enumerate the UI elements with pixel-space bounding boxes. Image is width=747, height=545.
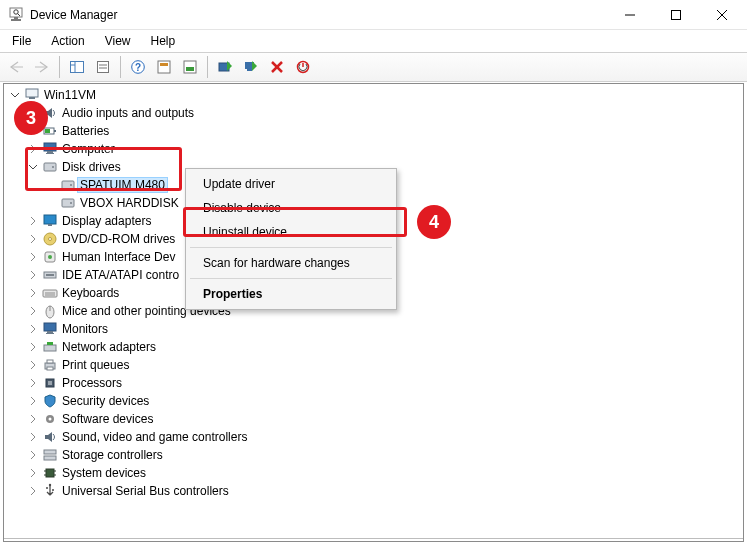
menu-file[interactable]: File: [4, 32, 39, 50]
svg-rect-14: [98, 62, 109, 73]
tree-category[interactable]: Software devices: [4, 410, 743, 428]
scan-hardware-button[interactable]: [239, 55, 263, 79]
expander-closed-icon[interactable]: [26, 466, 40, 480]
expander-closed-icon[interactable]: [26, 286, 40, 300]
minimize-button[interactable]: [607, 0, 653, 30]
expander-closed-icon[interactable]: [26, 268, 40, 282]
close-button[interactable]: [699, 0, 745, 30]
expander-closed-icon[interactable]: [26, 484, 40, 498]
action-button-2[interactable]: [178, 55, 202, 79]
tree-device-label: VBOX HARDDISK: [80, 196, 179, 210]
ctx-uninstall-device[interactable]: Uninstall device: [189, 220, 393, 244]
separator: [190, 247, 392, 248]
disk-icon: [60, 177, 76, 193]
expander-open-icon[interactable]: [26, 160, 40, 174]
tree-category-label: System devices: [62, 466, 146, 480]
svg-rect-32: [54, 130, 56, 132]
separator: [190, 278, 392, 279]
expander-closed-icon[interactable]: [26, 394, 40, 408]
tree-category[interactable]: Security devices: [4, 392, 743, 410]
storage-icon: [42, 447, 58, 463]
action-button-1[interactable]: [152, 55, 176, 79]
expander-closed-icon[interactable]: [26, 304, 40, 318]
expander-closed-icon[interactable]: [26, 376, 40, 390]
ctx-properties[interactable]: Properties: [189, 282, 393, 306]
svg-rect-62: [47, 360, 53, 363]
tree-category[interactable]: System devices: [4, 464, 743, 482]
cdrom-icon: [42, 231, 58, 247]
tree-category-label: Processors: [62, 376, 122, 390]
expander-open-icon[interactable]: [8, 88, 22, 102]
svg-point-38: [52, 166, 54, 168]
tree-category[interactable]: Computer: [4, 140, 743, 158]
separator: [207, 56, 208, 78]
tree-root[interactable]: Win11VM: [4, 86, 743, 104]
tree-category-label: IDE ATA/ATAPI contro: [62, 268, 179, 282]
tree-category[interactable]: Network adapters: [4, 338, 743, 356]
battery-icon: [42, 123, 58, 139]
tree-category-label: Computer: [62, 142, 115, 156]
network-icon: [42, 339, 58, 355]
expander-closed-icon[interactable]: [26, 322, 40, 336]
expander-closed-icon[interactable]: [26, 430, 40, 444]
menubar: File Action View Help: [0, 30, 747, 52]
expander-closed-icon[interactable]: [26, 358, 40, 372]
expander-closed-icon[interactable]: [26, 142, 40, 156]
disable-button[interactable]: [291, 55, 315, 79]
tree-category[interactable]: Print queues: [4, 356, 743, 374]
tree-category[interactable]: Processors: [4, 374, 743, 392]
svg-rect-63: [47, 367, 53, 370]
svg-rect-34: [44, 143, 56, 151]
window-title: Device Manager: [30, 8, 607, 22]
device-tree[interactable]: Win11VM Audio inputs and outputs Batteri…: [3, 83, 744, 542]
tree-category[interactable]: Storage controllers: [4, 446, 743, 464]
expander-closed-icon[interactable]: [26, 106, 40, 120]
menu-action[interactable]: Action: [43, 32, 92, 50]
svg-rect-57: [47, 331, 53, 333]
expander-closed-icon[interactable]: [26, 250, 40, 264]
hid-icon: [42, 249, 58, 265]
display-icon: [42, 213, 58, 229]
tree-category[interactable]: Sound, video and game controllers: [4, 428, 743, 446]
svg-rect-65: [48, 381, 52, 385]
tree-category[interactable]: Batteries: [4, 122, 743, 140]
uninstall-button[interactable]: [265, 55, 289, 79]
update-driver-button[interactable]: [213, 55, 237, 79]
svg-rect-6: [672, 10, 681, 19]
menu-view[interactable]: View: [97, 32, 139, 50]
disk-icon: [60, 195, 76, 211]
svg-point-48: [48, 255, 52, 259]
tree-category-label: Print queues: [62, 358, 129, 372]
ctx-disable-device[interactable]: Disable device: [189, 196, 393, 220]
svg-rect-69: [44, 456, 56, 460]
svg-rect-35: [47, 151, 53, 153]
back-button[interactable]: [4, 55, 28, 79]
expander-closed-icon[interactable]: [26, 412, 40, 426]
svg-rect-36: [46, 153, 54, 154]
expander-closed-icon[interactable]: [26, 232, 40, 246]
maximize-button[interactable]: [653, 0, 699, 30]
svg-rect-41: [62, 199, 74, 207]
help-button[interactable]: ?: [126, 55, 150, 79]
tree-category-label: Disk drives: [62, 160, 121, 174]
monitor-icon: [42, 141, 58, 157]
expander-closed-icon[interactable]: [26, 124, 40, 138]
svg-rect-22: [186, 67, 194, 71]
tree-category[interactable]: Audio inputs and outputs: [4, 104, 743, 122]
tree-root-label: Win11VM: [44, 88, 96, 102]
menu-help[interactable]: Help: [143, 32, 184, 50]
expander-closed-icon[interactable]: [26, 340, 40, 354]
svg-rect-50: [46, 274, 54, 276]
ctx-update-driver[interactable]: Update driver: [189, 172, 393, 196]
svg-rect-1: [14, 17, 18, 19]
tree-category[interactable]: Universal Serial Bus controllers: [4, 482, 743, 500]
forward-button[interactable]: [30, 55, 54, 79]
expander-closed-icon[interactable]: [26, 448, 40, 462]
show-hide-tree-button[interactable]: [65, 55, 89, 79]
tree-category[interactable]: Monitors: [4, 320, 743, 338]
ctx-scan-hardware[interactable]: Scan for hardware changes: [189, 251, 393, 275]
properties-button[interactable]: [91, 55, 115, 79]
expander-closed-icon[interactable]: [26, 214, 40, 228]
statusbar-rule: [4, 538, 743, 539]
keyboard-icon: [42, 285, 58, 301]
